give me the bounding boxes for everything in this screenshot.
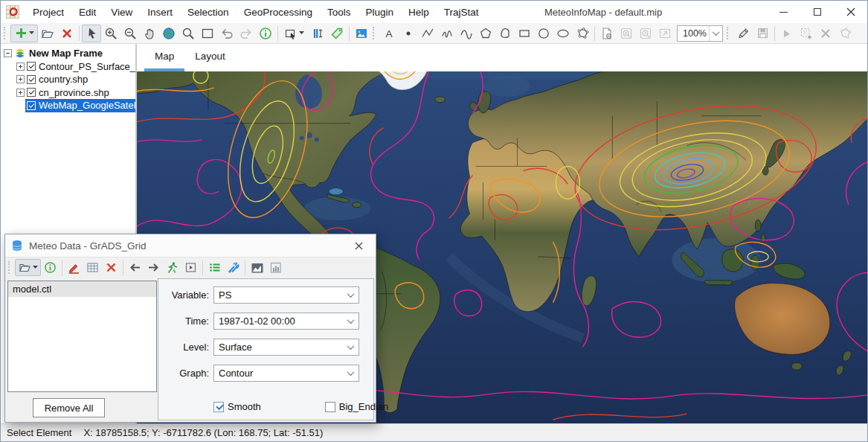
dialog-settings-list-button[interactable] [205,259,224,276]
smooth-checkbox[interactable] [213,402,224,412]
dialog-1d-plot-button[interactable] [266,259,285,276]
page-zoom-out-button[interactable] [636,25,655,42]
zoom-out-tool-button[interactable] [120,25,140,42]
draw-polyline-button[interactable] [418,25,437,42]
draw-ellipse-button[interactable] [553,25,573,42]
combo-dropdown[interactable] [343,313,359,329]
menu-trajstat[interactable]: TrajStat [437,1,486,23]
delete-feature-button[interactable] [816,25,835,42]
reshape-feature-button[interactable] [835,25,855,42]
dialog-remove-button[interactable] [102,259,120,276]
measure-button[interactable] [308,25,327,42]
save-edit-button[interactable] [753,25,772,42]
redo-button[interactable] [237,25,256,42]
add-layer-button[interactable] [10,25,38,42]
dialog-prev-time-button[interactable] [126,259,144,276]
menu-plugin[interactable]: Plugin [358,1,401,23]
zoom-in-tool-button[interactable] [101,25,120,42]
tab-map[interactable]: Map [144,44,184,71]
dialog-open-button[interactable] [15,259,41,276]
big-endian-checkbox[interactable] [325,402,335,412]
zoom-combo-dropdown[interactable] [709,26,722,41]
data-file-item[interactable]: model.ctl [8,281,156,297]
menu-help[interactable]: Help [401,1,437,23]
dialog-next-time-button[interactable] [144,259,163,276]
variable-combo[interactable]: PS [213,286,359,304]
dialog-animate-button[interactable] [163,259,181,276]
dialog-title: Meteo Data - GrADS_Grid [29,240,147,252]
collapse-icon[interactable] [4,49,12,57]
menu-project[interactable]: Project [25,1,71,23]
edit-select-button[interactable] [777,25,797,42]
time-combo[interactable]: 1987-01-02 00:00 [213,313,359,330]
full-extent-button[interactable] [159,25,179,42]
add-image-layer-button[interactable] [352,25,371,42]
identify-button[interactable] [256,25,275,42]
draw-polygon-button[interactable] [476,25,495,42]
menu-geoprocessing[interactable]: GeoProcessing [237,1,320,23]
undo-button[interactable] [217,25,237,42]
rectangle-select-button[interactable] [198,25,217,42]
remove-all-button[interactable]: Remove All [33,398,105,417]
edit-vertices-button[interactable] [573,25,592,42]
dialog-animator-button[interactable] [181,259,200,276]
zoom-to-layer-button[interactable] [179,25,198,42]
close-button[interactable] [834,1,867,23]
tree-layer-webmap[interactable]: WebMap_GoogleSatell [1,99,135,112]
menu-view[interactable]: View [103,1,140,23]
open-file-button[interactable] [38,25,57,42]
select-tool-button[interactable] [82,25,101,42]
page-setup-button[interactable] [597,25,617,42]
dialog-draw-button[interactable] [65,259,83,276]
maximize-button[interactable] [800,1,834,23]
fit-to-screen-button[interactable] [655,25,675,42]
tools-icon [227,261,239,274]
menu-selection[interactable]: Selection [180,1,237,23]
page-zoom-in-button[interactable] [617,25,636,42]
draw-point-button[interactable] [399,25,418,42]
dialog-title-bar[interactable]: Meteo Data - GrADS_Grid [5,234,376,257]
menu-edit[interactable]: Edit [71,1,103,23]
combo-dropdown[interactable] [343,365,359,381]
dialog-table-button[interactable] [83,259,102,276]
draw-rectangle-button[interactable] [515,25,534,42]
tree-layer-province[interactable]: cn_province.shp [1,86,135,100]
minimize-icon [779,12,788,13]
dialog-tools-button[interactable] [224,259,242,276]
draw-circle-button[interactable] [534,25,553,42]
expand-icon[interactable] [16,63,25,71]
dialog-info-button[interactable] [41,259,60,276]
layer-visibility-checkbox[interactable] [27,88,36,97]
menu-tools[interactable]: Tools [320,1,359,23]
minimize-button[interactable] [767,1,800,23]
big-endian-checkbox-group[interactable]: Big_Endian [325,401,389,412]
layer-visibility-checkbox[interactable] [27,75,36,84]
draw-curve-button[interactable] [457,25,476,42]
tree-root-map-frame[interactable]: New Map Frame [1,47,135,60]
zoom-level-combo[interactable]: 100% [677,25,723,42]
graph-combo[interactable]: Contour [213,365,359,382]
select-feature-button[interactable] [280,25,308,42]
expand-icon[interactable] [16,89,25,97]
add-feature-button[interactable] [797,25,816,42]
draw-freehand-button[interactable] [437,25,457,42]
level-combo[interactable]: Surface [213,339,359,356]
draw-freehand-polygon-button[interactable] [495,25,515,42]
menu-insert[interactable]: Insert [140,1,180,23]
start-edit-button[interactable] [733,25,753,42]
draw-text-button[interactable]: A [379,25,399,42]
pan-tool-button[interactable] [140,25,159,42]
remove-layer-button[interactable] [57,25,77,42]
dialog-close-button[interactable] [347,236,370,255]
tree-layer-country[interactable]: country.shp [1,73,135,86]
layer-visibility-checkbox[interactable] [27,101,36,110]
combo-dropdown[interactable] [343,339,359,355]
layer-visibility-checkbox[interactable] [27,62,36,71]
tree-layer-contour[interactable]: Contour_PS_Surface_19 [1,60,135,74]
smooth-checkbox-group[interactable]: Smooth [213,401,261,412]
label-button[interactable] [327,25,347,42]
combo-dropdown[interactable] [343,287,359,303]
tab-layout[interactable]: Layout [184,44,236,71]
dialog-section-plot-button[interactable] [248,259,266,276]
expand-icon[interactable] [16,75,25,83]
